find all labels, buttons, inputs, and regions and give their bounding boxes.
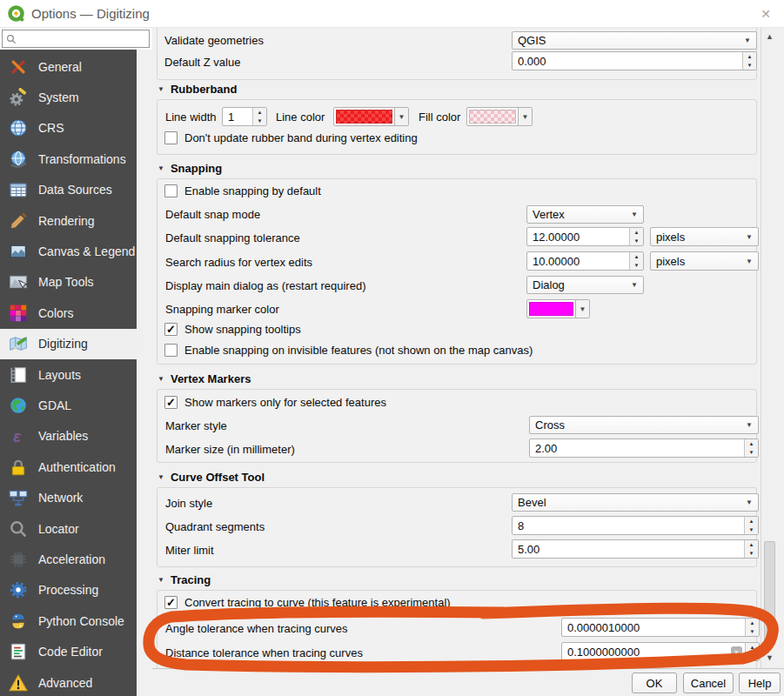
- search-input[interactable]: [17, 33, 149, 45]
- line-color-button[interactable]: ▼: [333, 107, 409, 126]
- sidebar-item-data-sources[interactable]: Data Sources: [0, 175, 137, 205]
- tracing-section-header[interactable]: ▼ Tracing: [157, 573, 211, 586]
- fill-color-button[interactable]: ▼: [466, 107, 533, 126]
- sidebar-item-python-console[interactable]: Python Console: [0, 606, 137, 636]
- snapping-tolerance-spinbox[interactable]: 12.00000 ▲▼: [526, 227, 644, 246]
- spinner-down-icon[interactable]: ▼: [746, 627, 759, 636]
- sidebar-item-locator[interactable]: Locator: [0, 513, 137, 544]
- vertex-markers-section-header[interactable]: ▼ Vertex Markers: [157, 372, 251, 385]
- sidebar-item-digitizing[interactable]: Digitizing: [0, 329, 137, 359]
- validate-geometries-select[interactable]: QGIS ▼: [512, 31, 757, 50]
- spinner-up-icon[interactable]: ▲: [253, 108, 266, 117]
- scroll-thumb[interactable]: [764, 541, 775, 646]
- dont-update-rubberband-checkbox[interactable]: [164, 131, 178, 144]
- show-markers-selected-label: Show markers only for selected features: [184, 396, 386, 410]
- dropdown-arrow-icon[interactable]: ▼: [575, 300, 589, 318]
- search-radius-unit-select[interactable]: pixels ▼: [650, 251, 759, 271]
- marker-size-spinbox[interactable]: 2.00 ▲▼: [529, 438, 759, 458]
- scroll-down-icon[interactable]: ▼: [761, 651, 778, 665]
- line-width-spinbox[interactable]: 1 ▲▼: [222, 107, 267, 126]
- search-radius-spinbox[interactable]: 10.00000 ▲▼: [526, 251, 644, 271]
- sidebar-item-advanced[interactable]: Advanced: [0, 667, 137, 696]
- sidebar-item-label: Data Sources: [38, 183, 112, 197]
- spinner-down-icon[interactable]: ▼: [745, 549, 758, 558]
- curve-offset-section-header[interactable]: ▼ Curve Offset Tool: [157, 471, 265, 484]
- spinner-up-icon[interactable]: ▲: [743, 52, 756, 61]
- spinner-down-icon[interactable]: ▼: [253, 117, 266, 125]
- spinner-buttons[interactable]: ▲▼: [744, 439, 758, 457]
- spinner-buttons[interactable]: ▲▼: [742, 52, 756, 70]
- distance-tolerance-spinbox[interactable]: 0.1000000000 ✕ ▲▼: [561, 642, 760, 661]
- spinner-buttons[interactable]: ▲▼: [629, 252, 643, 270]
- sidebar-item-map-tools[interactable]: Map Tools: [0, 267, 137, 298]
- sidebar-item-general[interactable]: General: [0, 51, 137, 82]
- sidebar-item-variables[interactable]: ε Variables: [0, 421, 137, 452]
- spinner-up-icon[interactable]: ▲: [746, 643, 759, 652]
- snapping-invisible-features-checkbox[interactable]: [164, 344, 178, 357]
- spinner-up-icon[interactable]: ▲: [745, 517, 758, 525]
- spinner-buttons[interactable]: ▲▼: [629, 228, 643, 245]
- angle-tolerance-spinbox[interactable]: 0.0000010000 ▲▼: [561, 618, 760, 637]
- marker-style-select[interactable]: Cross ▼: [529, 416, 759, 434]
- convert-tracing-checkbox[interactable]: ✓: [164, 596, 178, 609]
- snapping-tolerance-unit-select[interactable]: pixels ▼: [650, 227, 759, 246]
- spinner-down-icon[interactable]: ▼: [743, 61, 756, 70]
- display-dialog-as-select[interactable]: Dialog ▼: [526, 276, 644, 294]
- search-box[interactable]: [2, 30, 150, 48]
- spinner-down-icon[interactable]: ▼: [746, 652, 759, 660]
- combo-value: pixels: [656, 255, 685, 268]
- content-scrollbar[interactable]: ▲ ▼: [761, 28, 778, 668]
- spinner-down-icon[interactable]: ▼: [630, 237, 643, 245]
- spinner-down-icon[interactable]: ▼: [630, 261, 643, 270]
- close-icon[interactable]: ✕: [754, 4, 777, 23]
- spinner-buttons[interactable]: ▲▼: [745, 643, 759, 660]
- cancel-button[interactable]: Cancel: [683, 673, 734, 693]
- scroll-up-icon[interactable]: ▲: [761, 30, 778, 44]
- spinner-up-icon[interactable]: ▲: [745, 540, 758, 549]
- distance-tolerance-label: Distance tolerance when tracing curves: [165, 644, 363, 662]
- miter-limit-spinbox[interactable]: 5.00 ▲▼: [512, 539, 759, 559]
- sidebar-item-network[interactable]: Network: [0, 482, 137, 512]
- clear-field-icon[interactable]: ✕: [731, 646, 742, 658]
- sidebar-item-code-editor[interactable]: Code Editor: [0, 636, 137, 666]
- spinner-up-icon[interactable]: ▲: [630, 228, 643, 237]
- sidebar-item-system[interactable]: System: [0, 82, 137, 112]
- ok-button[interactable]: OK: [632, 673, 677, 693]
- spinner-down-icon[interactable]: ▼: [745, 525, 758, 534]
- sidebar-item-canvas-legend[interactable]: Canvas & Legend: [0, 236, 137, 266]
- spinner-buttons[interactable]: ▲▼: [744, 540, 758, 558]
- section-title: Curve Offset Tool: [171, 471, 265, 484]
- dropdown-arrow-icon[interactable]: ▼: [518, 108, 532, 125]
- show-markers-selected-checkbox[interactable]: ✓: [164, 396, 178, 409]
- join-style-select[interactable]: Bevel ▼: [512, 493, 759, 512]
- spinner-buttons[interactable]: ▲▼: [744, 517, 758, 534]
- rubberband-section-header[interactable]: ▼ Rubberband: [157, 83, 237, 96]
- spinner-buttons[interactable]: ▲▼: [252, 108, 266, 125]
- spinner-down-icon[interactable]: ▼: [745, 448, 758, 457]
- enable-snapping-checkbox[interactable]: [164, 184, 178, 197]
- sidebar-item-processing[interactable]: Processing: [0, 575, 137, 606]
- sidebar-item-acceleration[interactable]: Acceleration: [0, 544, 137, 574]
- show-snapping-tooltips-checkbox[interactable]: ✓: [164, 323, 178, 336]
- help-button[interactable]: Help: [739, 673, 781, 693]
- sidebar-item-authentication[interactable]: Authentication: [0, 452, 137, 482]
- dropdown-arrow-icon[interactable]: ▼: [394, 108, 408, 125]
- sidebar-item-transformations[interactable]: Transformations: [0, 144, 137, 174]
- sidebar-item-gdal[interactable]: GDAL: [0, 390, 137, 420]
- spinner-up-icon[interactable]: ▲: [630, 252, 643, 261]
- spinner-up-icon[interactable]: ▲: [745, 439, 758, 448]
- default-z-spinbox[interactable]: 0.000 ▲▼: [512, 51, 757, 70]
- default-snap-mode-select[interactable]: Vertex ▼: [526, 205, 644, 224]
- spinner-up-icon[interactable]: ▲: [746, 619, 759, 627]
- snapping-marker-color-button[interactable]: ▼: [526, 299, 590, 318]
- snapping-section-header[interactable]: ▼ Snapping: [157, 162, 222, 175]
- quadrant-segments-spinbox[interactable]: 8 ▲▼: [512, 516, 759, 535]
- sidebar-item-colors[interactable]: Colors: [0, 298, 137, 328]
- sidebar-scrollbar[interactable]: [137, 50, 152, 696]
- spinner-buttons[interactable]: ▲▼: [745, 619, 759, 636]
- sidebar-item-crs[interactable]: CRS: [0, 113, 137, 144]
- spin-value: 10.00000: [527, 252, 629, 270]
- sidebar-item-rendering[interactable]: Rendering: [0, 205, 137, 236]
- sidebar-item-layouts[interactable]: Layouts: [0, 359, 137, 390]
- default-z-label: Default Z value: [164, 53, 240, 71]
